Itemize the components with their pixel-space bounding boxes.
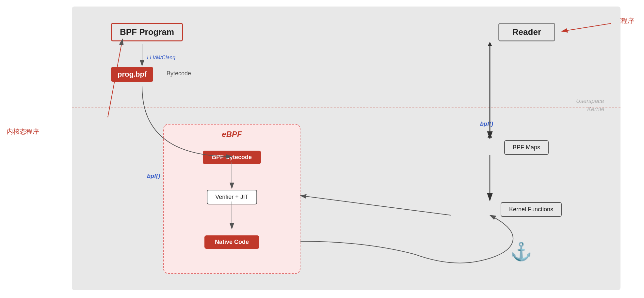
llvm-label: LLVM/Clang [147,55,175,61]
userspace-kernel-divider [72,108,620,108]
reader-label: Reader [512,27,541,37]
diagram-container: Userspace Kernel BPF Program Reader LLVM… [72,7,620,290]
verifier-label: Verifier + JIT [215,194,249,200]
svg-marker-9 [488,42,492,46]
ebpf-title: eBPF [222,130,242,139]
progbpf-box: prog.bpf [111,67,153,82]
bpf-call-left-label: bpf() [147,173,160,180]
kernel-functions-label: Kernel Functions [509,206,553,213]
hook-icon: ⚓ [510,241,532,262]
kernel-label: Kernel [587,106,604,113]
progbpf-label: prog.bpf [118,70,147,78]
bpf-maps-label: BPF Maps [513,144,540,151]
bpf-call-right-label: bpf() [480,121,493,127]
svg-marker-12 [488,133,492,138]
userspace-label: Userspace [576,98,604,105]
native-code-box: Native Code [204,235,259,249]
ebpf-container: eBPF BPF Bytecode Verifier + JIT Native … [163,124,300,274]
bpf-bytecode-label: BPF Bytecode [212,154,252,160]
reader-box: Reader [498,23,555,41]
bpf-program-label: BPF Program [120,27,174,37]
svg-line-10 [300,196,451,215]
annotation-kernel-label: 内核态程序 [7,127,39,136]
verifier-box: Verifier + JIT [207,190,257,204]
bpf-maps-box: BPF Maps [504,140,549,155]
bpf-bytecode-box: BPF Bytecode [203,151,261,164]
bytecode-label: Bytecode [167,70,191,77]
native-code-label: Native Code [215,239,249,245]
bpf-program-box: BPF Program [111,23,183,41]
kernel-functions-box: Kernel Functions [501,202,562,217]
